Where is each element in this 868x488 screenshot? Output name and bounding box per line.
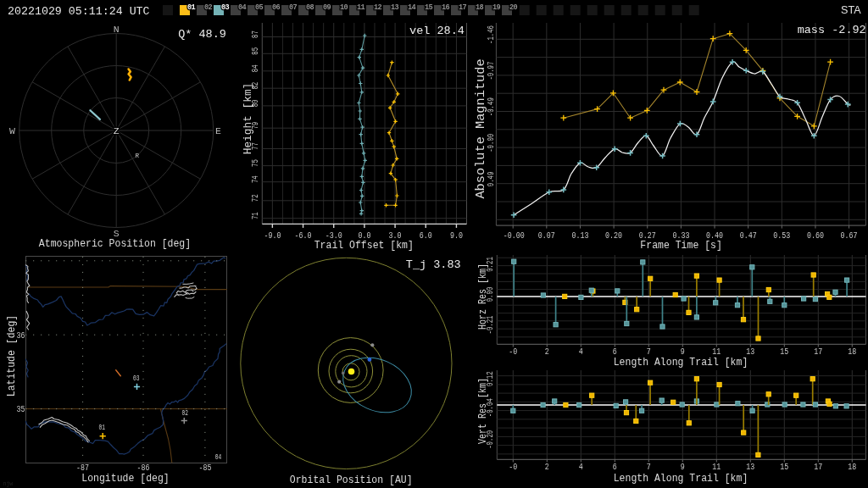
svg-text:0.67: 0.67 (841, 230, 858, 241)
svg-text:02: 02 (204, 3, 212, 12)
svg-text:06: 06 (272, 3, 280, 12)
svg-text:-85: -85 (198, 463, 211, 473)
svg-text:Orbital Position [AU]: Orbital Position [AU] (290, 474, 413, 487)
svg-text:mass -2.92: mass -2.92 (798, 24, 866, 36)
svg-text:08: 08 (306, 3, 314, 12)
svg-text:01: 01 (98, 424, 105, 431)
svg-text:Z: Z (114, 125, 120, 136)
svg-text:4: 4 (579, 462, 583, 472)
svg-text:0.47: 0.47 (740, 230, 757, 241)
svg-text:-9.0: -9.0 (264, 230, 281, 241)
svg-text:09: 09 (323, 3, 331, 12)
svg-text:T_j 3.83: T_j 3.83 (406, 258, 461, 271)
svg-text:4: 4 (579, 347, 583, 357)
svg-text:2: 2 (545, 347, 549, 357)
svg-text:W: W (9, 125, 15, 136)
svg-text:16: 16 (442, 3, 449, 12)
svg-text:-6.0: -6.0 (294, 230, 311, 241)
svg-text:35: 35 (17, 404, 25, 414)
svg-text:20221029 05:11:24 UTC: 20221029 05:11:24 UTC (8, 5, 150, 18)
svg-text:9.0: 9.0 (450, 230, 463, 241)
svg-text:N: N (114, 24, 120, 35)
svg-text:Horz Res [km]: Horz Res [km] (477, 263, 488, 330)
svg-text:Length Along Trail [km]: Length Along Trail [km] (614, 473, 748, 485)
svg-text:7: 7 (647, 347, 651, 357)
svg-text:6: 6 (613, 462, 617, 472)
svg-text:15: 15 (780, 347, 788, 357)
svg-text:04: 04 (215, 453, 222, 461)
svg-text:20: 20 (509, 3, 517, 12)
svg-text:Vert Res [km]: Vert Res [km] (477, 378, 488, 444)
svg-text:71: 71 (251, 212, 260, 219)
svg-text:03: 03 (221, 3, 229, 12)
svg-text:-0: -0 (509, 347, 517, 357)
svg-text:R: R (135, 152, 139, 159)
svg-text:Height [km]: Height [km] (242, 83, 254, 154)
svg-text:03: 03 (133, 374, 140, 382)
svg-text:-0.00: -0.00 (504, 230, 525, 241)
svg-text:-86: -86 (136, 463, 149, 473)
svg-text:11: 11 (357, 3, 364, 12)
svg-text:13: 13 (746, 347, 754, 357)
svg-text:85: 85 (251, 47, 260, 55)
svg-text:Length Along Trail [km]: Length Along Trail [km] (614, 356, 748, 369)
svg-text:6: 6 (613, 347, 617, 357)
svg-text:74: 74 (251, 175, 260, 183)
svg-text:STA: STA (841, 4, 861, 16)
svg-text:18: 18 (848, 462, 856, 472)
svg-text:-87: -87 (76, 463, 89, 473)
svg-text:17: 17 (814, 462, 822, 472)
svg-text:07: 07 (289, 3, 297, 12)
svg-text:9: 9 (681, 347, 685, 357)
svg-text:36: 36 (17, 330, 25, 341)
svg-text:0.20: 0.20 (605, 230, 622, 241)
svg-text:njw: njw (3, 481, 14, 487)
svg-text:Atmospheric Position [deg]: Atmospheric Position [deg] (39, 237, 191, 250)
svg-text:10: 10 (340, 3, 348, 12)
svg-text:18: 18 (476, 3, 483, 12)
svg-text:87: 87 (251, 30, 260, 38)
svg-text:11: 11 (712, 347, 721, 357)
svg-text:9: 9 (681, 462, 685, 472)
svg-text:02: 02 (182, 409, 189, 417)
svg-text:-1.46: -1.46 (487, 25, 496, 44)
svg-text:-0: -0 (509, 462, 517, 472)
svg-text:05: 05 (255, 3, 263, 12)
svg-text:Longitude [deg]: Longitude [deg] (81, 473, 169, 485)
svg-text:7: 7 (647, 462, 651, 472)
svg-text:15: 15 (425, 3, 432, 12)
svg-text:14: 14 (408, 3, 415, 12)
svg-text:15: 15 (780, 462, 788, 472)
svg-text:Latitude [deg]: Latitude [deg] (5, 315, 18, 397)
svg-text:Frame Time [s]: Frame Time [s] (640, 239, 722, 252)
svg-text:Q* 48.9: Q* 48.9 (178, 28, 226, 41)
svg-text:18: 18 (848, 347, 856, 357)
svg-text:17: 17 (814, 347, 822, 357)
svg-text:75: 75 (251, 159, 260, 167)
svg-text:01: 01 (187, 3, 195, 12)
svg-text:72: 72 (251, 194, 260, 202)
svg-text:17: 17 (459, 3, 466, 12)
svg-text:0.60: 0.60 (807, 230, 824, 241)
svg-text:0.53: 0.53 (773, 230, 790, 241)
svg-text:Absolute Magnitude: Absolute Magnitude (473, 58, 488, 198)
svg-text:11: 11 (712, 462, 721, 472)
svg-text:0.07: 0.07 (538, 230, 555, 241)
svg-text:6.0: 6.0 (420, 230, 432, 241)
svg-text:13: 13 (746, 462, 754, 472)
svg-text:2: 2 (545, 462, 549, 472)
svg-text:E: E (215, 125, 221, 136)
svg-text:13: 13 (391, 3, 398, 12)
svg-text:19: 19 (492, 3, 500, 12)
svg-text:0.13: 0.13 (571, 230, 588, 241)
svg-text:vel 28.4: vel 28.4 (409, 25, 465, 37)
svg-text:04: 04 (238, 3, 246, 12)
svg-text:84: 84 (251, 64, 260, 72)
svg-text:Trail Offset [km]: Trail Offset [km] (314, 239, 414, 252)
svg-text:12: 12 (374, 3, 381, 12)
